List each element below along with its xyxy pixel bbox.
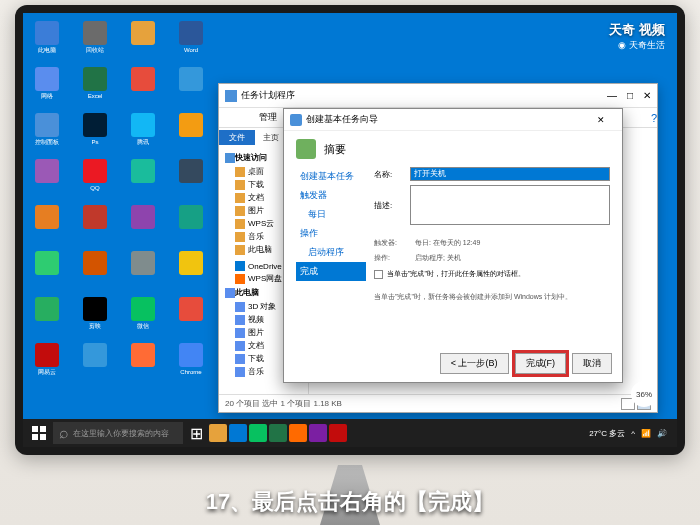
desktop-icon[interactable] — [127, 343, 159, 383]
nav-daily[interactable]: 每日 — [296, 205, 366, 224]
wizard-icon — [290, 114, 302, 126]
search-icon: ⌕ — [59, 424, 69, 442]
minimize-button[interactable]: — — [607, 90, 617, 101]
search-box[interactable]: ⌕ 在这里输入你要搜索的内容 — [53, 422, 183, 444]
nav-start-program[interactable]: 启动程序 — [296, 243, 366, 262]
system-tray: 27°C 多云 ^ 📶 🔊 — [589, 428, 673, 439]
network-icon[interactable]: 📶 — [641, 429, 651, 438]
help-icon[interactable]: ? — [651, 112, 657, 124]
svg-rect-3 — [40, 434, 46, 440]
wizard-nav: 创建基本任务 触发器 每日 操作 启动程序 完成 — [296, 167, 366, 347]
desktop-icon[interactable]: 微信 — [127, 297, 159, 337]
trigger-label: 触发器: — [374, 237, 409, 248]
desktop-icon[interactable]: Excel — [79, 67, 111, 107]
nav-trigger[interactable]: 触发器 — [296, 186, 366, 205]
taskbar-app[interactable] — [269, 424, 287, 442]
desktop-icons: 此电脑回收站Word网络Excel控制面板Ps腾讯QQ剪映微信网易云Chrome — [31, 21, 215, 383]
desktop-icon[interactable]: Word — [175, 21, 207, 61]
desktop-icon[interactable]: 剪映 — [79, 297, 111, 337]
status-bar: 20 个项目 选中 1 个项目 1.18 KB — [219, 394, 657, 412]
wizard-dialog: 创建基本任务向导 ✕ 摘要 创建基本任务 触发器 每日 操作 启动程序 完成 名… — [283, 108, 623, 383]
close-icon[interactable]: ✕ — [586, 115, 616, 125]
nav-action[interactable]: 操作 — [296, 224, 366, 243]
desktop-icon[interactable] — [31, 159, 63, 199]
action-value: 启动程序; 关机 — [415, 252, 461, 263]
name-input[interactable]: 打开关机 — [410, 167, 610, 181]
desktop-icon[interactable]: 腾讯 — [127, 113, 159, 153]
menu-file[interactable]: 文件 — [219, 130, 255, 145]
taskbar: ⌕ 在这里输入你要搜索的内容 ⊞ 27°C 多云 ^ 📶 🔊 — [23, 419, 677, 447]
open-properties-checkbox[interactable] — [374, 270, 383, 279]
taskbar-app[interactable] — [249, 424, 267, 442]
desktop-icon[interactable]: Ps — [79, 113, 111, 153]
desktop-icon[interactable] — [175, 159, 207, 199]
trigger-value: 每日: 在每天的 12:49 — [415, 237, 480, 248]
taskbar-app[interactable] — [329, 424, 347, 442]
app-icon — [225, 90, 237, 102]
finish-button[interactable]: 完成(F) — [515, 353, 567, 374]
desktop-icon[interactable] — [79, 343, 111, 383]
desktop-icon[interactable]: 控制面板 — [31, 113, 63, 153]
wizard-title: 创建基本任务向导 — [306, 113, 378, 126]
close-button[interactable]: ✕ — [643, 90, 651, 101]
desktop-icon[interactable] — [31, 251, 63, 291]
desktop-icon[interactable] — [175, 67, 207, 107]
taskbar-app[interactable] — [289, 424, 307, 442]
desc-label: 描述: — [374, 200, 404, 211]
desktop-icon[interactable] — [127, 205, 159, 245]
desktop-icon[interactable]: 此电脑 — [31, 21, 63, 61]
weather-badge[interactable]: 36% — [631, 381, 657, 407]
desktop-icon[interactable] — [175, 297, 207, 337]
desktop-icon[interactable]: 网易云 — [31, 343, 63, 383]
desktop-icon[interactable] — [79, 251, 111, 291]
desktop-icon[interactable] — [31, 205, 63, 245]
wizard-header: 摘要 — [324, 142, 346, 157]
desktop-icon[interactable] — [127, 67, 159, 107]
name-label: 名称: — [374, 169, 404, 180]
volume-icon[interactable]: 🔊 — [657, 429, 667, 438]
tray-chevron-icon[interactable]: ^ — [631, 429, 635, 438]
back-button[interactable]: < 上一步(B) — [440, 353, 509, 374]
explorer-title: 任务计划程序 — [241, 89, 295, 102]
desc-input[interactable] — [410, 185, 610, 225]
desktop-icon[interactable] — [31, 297, 63, 337]
desktop-icon[interactable] — [175, 205, 207, 245]
search-placeholder: 在这里输入你要搜索的内容 — [73, 428, 169, 439]
wizard-note: 当单击"完成"时，新任务将会被创建并添加到 Windows 计划中。 — [374, 291, 610, 302]
explorer-titlebar: 任务计划程序 — □ ✕ — [219, 84, 657, 108]
weather-widget[interactable]: 27°C 多云 — [589, 428, 625, 439]
svg-rect-2 — [32, 434, 38, 440]
watermark: 天奇 视频 — [609, 21, 665, 39]
taskbar-app[interactable] — [309, 424, 327, 442]
svg-rect-0 — [32, 426, 38, 432]
svg-rect-1 — [40, 426, 46, 432]
taskbar-app[interactable] — [229, 424, 247, 442]
tab-manage[interactable]: 管理 — [259, 111, 277, 124]
summary-icon — [296, 139, 316, 159]
desktop-icon[interactable]: QQ — [79, 159, 111, 199]
watermark-sub: ◉ 天奇生活 — [618, 39, 665, 52]
taskbar-app[interactable] — [209, 424, 227, 442]
task-view-icon[interactable]: ⊞ — [185, 422, 207, 444]
maximize-button[interactable]: □ — [627, 90, 633, 101]
desktop-icon[interactable]: Chrome — [175, 343, 207, 383]
desktop-icon[interactable]: 网络 — [31, 67, 63, 107]
desktop-icon[interactable] — [79, 205, 111, 245]
desktop-icon[interactable] — [127, 21, 159, 61]
desktop-icon[interactable]: 回收站 — [79, 21, 111, 61]
start-button[interactable] — [27, 421, 51, 445]
desktop-icon[interactable] — [175, 113, 207, 153]
nav-finish[interactable]: 完成 — [296, 262, 366, 281]
checkbox-label: 当单击"完成"时，打开此任务属性的对话框。 — [387, 269, 525, 279]
cancel-button[interactable]: 取消 — [572, 353, 612, 374]
desktop-icon[interactable] — [127, 251, 159, 291]
desktop-icon[interactable] — [127, 159, 159, 199]
tutorial-caption: 17、最后点击右角的【完成】 — [0, 487, 700, 517]
action-label: 操作: — [374, 252, 409, 263]
desktop-icon[interactable] — [175, 251, 207, 291]
nav-create-task[interactable]: 创建基本任务 — [296, 167, 366, 186]
